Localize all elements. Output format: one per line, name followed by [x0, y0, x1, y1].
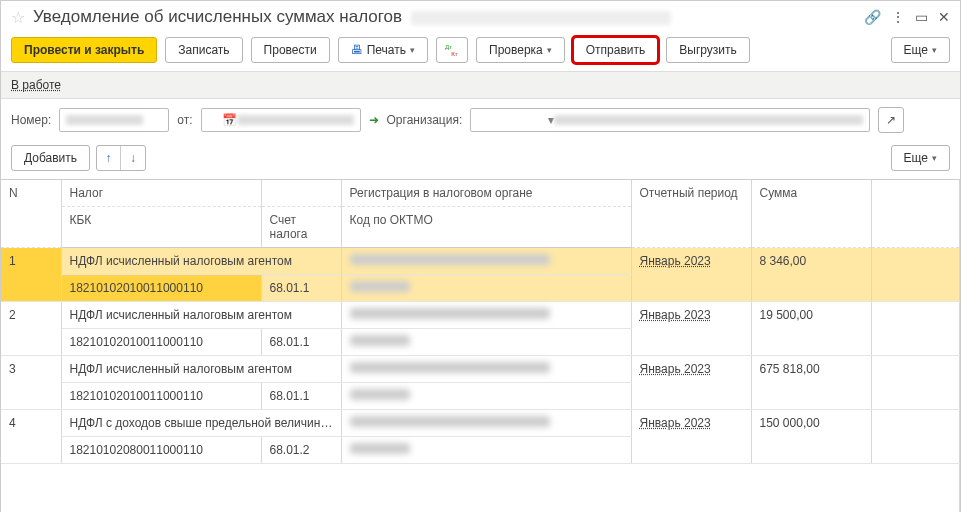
cell-oktmo[interactable] [341, 437, 631, 464]
date-input[interactable]: 📅 [201, 108, 361, 132]
col-n[interactable]: N [1, 180, 61, 248]
chevron-down-icon: ▾ [410, 45, 415, 55]
cell-nalog[interactable]: НДФЛ исчисленный налоговым агентом [61, 302, 341, 329]
cell-summa[interactable]: 150 000,00 [751, 410, 871, 464]
link-icon-small[interactable]: ➜ [369, 113, 379, 127]
status-link[interactable]: В работе [11, 78, 61, 92]
kebab-menu-icon[interactable]: ⋮ [891, 9, 905, 25]
col-oktmo[interactable]: Код по ОКТМО [341, 207, 631, 248]
col-schet[interactable]: Счет налога [261, 207, 341, 248]
table-row[interactable]: 3НДФЛ исчисленный налоговым агентомЯнвар… [1, 356, 960, 383]
cell-kbk[interactable]: 18210102010011000110 [61, 329, 261, 356]
cell-reg[interactable] [341, 356, 631, 383]
cell-period[interactable]: Январь 2023 [631, 356, 751, 410]
move-group: ↑ ↓ [96, 145, 146, 171]
cell-n: 4 [1, 410, 61, 464]
table-row[interactable]: 2НДФЛ исчисленный налоговым агентомЯнвар… [1, 302, 960, 329]
more-label: Еще [904, 43, 928, 57]
col-empty [871, 180, 960, 248]
org-input[interactable]: ▾ [470, 108, 870, 132]
post-and-close-button[interactable]: Провести и закрыть [11, 37, 157, 63]
cell-schet[interactable]: 68.01.1 [261, 275, 341, 302]
cell-summa[interactable]: 19 500,00 [751, 302, 871, 356]
dropdown-icon[interactable]: ▾ [548, 113, 554, 127]
chevron-down-icon: ▾ [547, 45, 552, 55]
cell-summa[interactable]: 8 346,00 [751, 248, 871, 302]
org-label: Организация: [387, 113, 463, 127]
main-toolbar: Провести и закрыть Записать Провести 🖶 П… [1, 33, 960, 71]
chevron-down-icon: ▾ [932, 45, 937, 55]
cell-period[interactable]: Январь 2023 [631, 410, 751, 464]
post-button[interactable]: Провести [251, 37, 330, 63]
cell-reg[interactable] [341, 248, 631, 275]
move-up-button[interactable]: ↑ [97, 146, 121, 170]
tax-table[interactable]: N Налог Регистрация в налоговом органе О… [1, 180, 960, 464]
cell-oktmo[interactable] [341, 329, 631, 356]
ot-label: от: [177, 113, 192, 127]
print-button[interactable]: 🖶 Печать ▾ [338, 37, 428, 63]
org-open-button[interactable]: ↗ [878, 107, 904, 133]
header-form: Номер: от: 📅 ➜ Организация: ▾ ↗ [1, 99, 960, 141]
col-summa[interactable]: Сумма [751, 180, 871, 248]
cell-kbk[interactable]: 18210102010011000110 [61, 383, 261, 410]
chevron-down-icon: ▾ [932, 153, 937, 163]
cell-nalog[interactable]: НДФЛ с доходов свыше предельной величин… [61, 410, 341, 437]
table-row[interactable]: 4НДФЛ с доходов свыше предельной величин… [1, 410, 960, 437]
svg-text:Кт: Кт [451, 50, 458, 57]
title-text: Уведомление об исчисленных суммах налого… [33, 7, 402, 26]
col-reg[interactable]: Регистрация в налоговом органе [341, 180, 631, 207]
table-toolbar: Добавить ↑ ↓ Еще ▾ [1, 141, 960, 179]
cell-schet[interactable]: 68.01.2 [261, 437, 341, 464]
nomer-label: Номер: [11, 113, 51, 127]
titlebar: ☆ Уведомление об исчисленных суммах нало… [1, 1, 960, 33]
window-title: Уведомление об исчисленных суммах налого… [33, 7, 856, 27]
favorite-star-icon[interactable]: ☆ [11, 8, 25, 27]
send-button[interactable]: Отправить [573, 37, 659, 63]
cell-kbk[interactable]: 18210102080011000110 [61, 437, 261, 464]
cell-reg[interactable] [341, 302, 631, 329]
col-nalog[interactable]: Налог [61, 180, 261, 207]
cell-schet[interactable]: 68.01.1 [261, 329, 341, 356]
cell-period[interactable]: Январь 2023 [631, 248, 751, 302]
check-label: Проверка [489, 43, 543, 57]
more-button[interactable]: Еще ▾ [891, 37, 950, 63]
close-icon[interactable]: ✕ [938, 9, 950, 25]
cell-n: 2 [1, 302, 61, 356]
calendar-icon[interactable]: 📅 [222, 113, 237, 127]
printer-icon: 🖶 [351, 43, 363, 57]
cell-n: 1 [1, 248, 61, 302]
cell-summa[interactable]: 675 818,00 [751, 356, 871, 410]
save-button[interactable]: Записать [165, 37, 242, 63]
print-label: Печать [367, 43, 406, 57]
add-row-button[interactable]: Добавить [11, 145, 90, 171]
cell-reg[interactable] [341, 410, 631, 437]
cell-nalog[interactable]: НДФЛ исчисленный налоговым агентом [61, 356, 341, 383]
title-suffix-blurred [411, 11, 671, 25]
cell-oktmo[interactable] [341, 383, 631, 410]
move-down-button[interactable]: ↓ [121, 146, 145, 170]
cell-empty [871, 302, 960, 356]
svg-text:Дт: Дт [445, 43, 452, 50]
export-button[interactable]: Выгрузить [666, 37, 750, 63]
minimize-icon[interactable]: ▭ [915, 9, 928, 25]
col-schet-blank[interactable] [261, 180, 341, 207]
compare-debit-credit-button[interactable]: Дт Кт [436, 37, 468, 63]
col-period[interactable]: Отчетный период [631, 180, 751, 248]
cell-empty [871, 410, 960, 464]
cell-empty [871, 248, 960, 302]
table-row[interactable]: 1НДФЛ исчисленный налоговым агентомЯнвар… [1, 248, 960, 275]
col-kbk[interactable]: КБК [61, 207, 261, 248]
link-icon[interactable]: 🔗 [864, 9, 881, 25]
table-more-button[interactable]: Еще ▾ [891, 145, 950, 171]
dt-kt-icon: Дт Кт [445, 43, 459, 57]
cell-schet[interactable]: 68.01.1 [261, 383, 341, 410]
cell-period[interactable]: Январь 2023 [631, 302, 751, 356]
table-more-label: Еще [904, 151, 928, 165]
cell-oktmo[interactable] [341, 275, 631, 302]
check-button[interactable]: Проверка ▾ [476, 37, 565, 63]
table-wrap: N Налог Регистрация в налоговом органе О… [1, 179, 960, 512]
status-bar: В работе [1, 71, 960, 99]
cell-kbk[interactable]: 18210102010011000110 [61, 275, 261, 302]
nomer-input[interactable] [59, 108, 169, 132]
cell-nalog[interactable]: НДФЛ исчисленный налоговым агентом [61, 248, 341, 275]
